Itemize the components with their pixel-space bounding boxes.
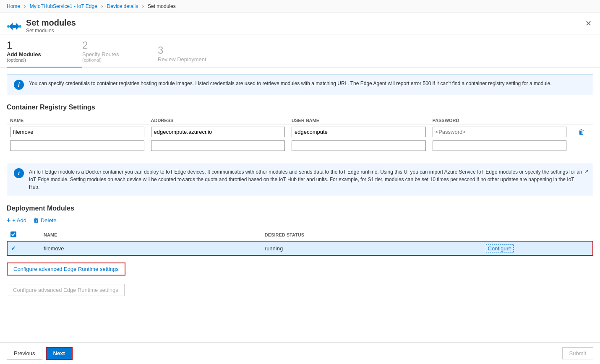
col-header-username: USER NAME [288, 116, 429, 125]
module-row-1: ✓ filemove running Configure [7, 241, 593, 255]
step-1-active-bar [7, 67, 82, 68]
registry-delete-cell-1: 🗑 [570, 125, 593, 139]
breadcrumb-device[interactable]: Device details [107, 3, 138, 9]
modules-header-row: NAME DESIRED STATUS [7, 229, 593, 241]
wizard-step-2[interactable]: 2 Specify Routes (optional) [82, 39, 158, 67]
info-box-1: i You can specify credentials to contain… [7, 74, 593, 95]
info-text-2: An IoT Edge module is a Docker container… [29, 168, 586, 191]
registry-username-cell-1 [288, 125, 429, 139]
configure-advanced-button[interactable]: Configure advanced Edge Runtime settings [7, 263, 125, 276]
wizard-step-3[interactable]: 3 Review Deployment [158, 44, 233, 67]
col-header-name: NAME [7, 116, 148, 125]
registry-username-cell-2 [288, 139, 429, 153]
module-name-cell-1: filemove [40, 241, 261, 255]
container-registry-title: Container Registry Settings [7, 104, 593, 111]
next-button[interactable]: Next [46, 347, 73, 348]
step-3-label: Review Deployment [158, 56, 206, 62]
col-header-address: ADDRESS [148, 116, 289, 125]
registry-password-cell-1 [429, 125, 570, 139]
registry-name-input-1[interactable] [10, 127, 144, 137]
info-external-link[interactable]: ↗ [584, 167, 589, 176]
info-icon-1: i [14, 80, 24, 90]
modules-col-check [7, 229, 40, 241]
breadcrumb-current: Set modules [148, 3, 176, 9]
submit-button[interactable]: Submit [562, 347, 593, 348]
registry-username-input-1[interactable] [292, 127, 426, 137]
registry-name-cell-2 [7, 139, 148, 153]
module-desired-cell-1: running [261, 241, 483, 255]
footer: Previous Next Submit [0, 342, 600, 348]
breadcrumb-home[interactable]: Home [7, 3, 20, 9]
wizard-steps: 1 Add Modules (optional) 2 Specify Route… [0, 34, 600, 68]
add-module-button[interactable]: + + Add [7, 216, 26, 224]
registry-address-cell-1 [148, 125, 289, 139]
registry-table: NAME ADDRESS USER NAME PASSWORD [7, 116, 593, 153]
step-3-number: 3 [158, 44, 163, 56]
registry-address-input-1[interactable] [151, 127, 285, 137]
col-header-action [570, 116, 593, 125]
deployment-actions: + + Add 🗑 Delete [7, 216, 593, 224]
main-content: i You can specify credentials to contain… [0, 68, 600, 348]
registry-delete-cell-2 [570, 139, 593, 153]
wizard-step-1[interactable]: 1 Add Modules (optional) [7, 39, 82, 67]
info-box-2: i An IoT Edge module is a Docker contain… [7, 163, 593, 196]
breadcrumb-iothub[interactable]: MyIoTHubService1 - IoT Edge [30, 3, 97, 9]
modules-col-desired: DESIRED STATUS [261, 229, 483, 241]
page-header: Set modules Set modules ✕ [0, 13, 600, 34]
step-2-label: Specify Routes [82, 51, 119, 57]
svg-point-3 [13, 25, 16, 28]
svg-point-4 [7, 25, 10, 28]
registry-row-1: 🗑 [7, 125, 593, 139]
step-1-number: 1 [7, 39, 12, 51]
page-subtitle: Set modules [26, 28, 76, 34]
configure-advanced-disabled: Configure advanced Edge Runtime settings [7, 284, 125, 296]
step-1-sub: (optional) [7, 57, 26, 62]
col-header-password: PASSWORD [429, 116, 570, 125]
modules-col-name: NAME [40, 229, 261, 241]
module-name-1: filemove [44, 245, 64, 252]
registry-username-input-2[interactable] [292, 140, 426, 151]
module-checkmark-1: ✓ [11, 245, 16, 252]
modules-table: NAME DESIRED STATUS ✓ filemove running C… [7, 229, 593, 256]
registry-password-cell-2 [429, 139, 570, 153]
footer-nav: Previous Next [7, 347, 73, 348]
delete-label: Delete [41, 217, 57, 224]
registry-password-input-1[interactable] [433, 127, 567, 137]
registry-name-cell-1 [7, 125, 148, 139]
breadcrumb: Home › MyIoTHubService1 - IoT Edge › Dev… [0, 0, 600, 13]
module-desired-1: running [265, 245, 283, 252]
registry-address-cell-2 [148, 139, 289, 153]
step-2-number: 2 [82, 39, 88, 51]
registry-row-2 [7, 139, 593, 153]
info-text-1: You can specify credentials to container… [29, 80, 552, 87]
add-icon: + [7, 216, 10, 224]
select-all-checkbox[interactable] [10, 231, 16, 237]
previous-button[interactable]: Previous [7, 347, 42, 348]
module-check-cell-1: ✓ [7, 241, 40, 255]
deployment-modules-title: Deployment Modules [7, 205, 593, 212]
registry-address-input-2[interactable] [151, 140, 285, 151]
info-icon-2: i [14, 168, 24, 178]
registry-delete-btn-1[interactable]: 🗑 [577, 127, 586, 137]
delete-module-button[interactable]: 🗑 Delete [33, 217, 57, 224]
svg-point-5 [19, 25, 21, 28]
step-2-sub: (optional) [82, 57, 102, 62]
add-label: + Add [12, 217, 26, 224]
azure-iot-edge-icon [7, 19, 22, 34]
module-configure-link-1[interactable]: Configure [486, 244, 514, 252]
registry-password-input-2[interactable] [433, 140, 567, 151]
step-1-label: Add Modules [7, 51, 41, 57]
delete-icon: 🗑 [33, 217, 39, 224]
module-configure-cell-1: Configure [483, 241, 593, 255]
close-button[interactable]: ✕ [584, 18, 593, 29]
page-title: Set modules [26, 18, 76, 28]
modules-col-configure [483, 229, 593, 241]
registry-name-input-2[interactable] [10, 140, 144, 151]
